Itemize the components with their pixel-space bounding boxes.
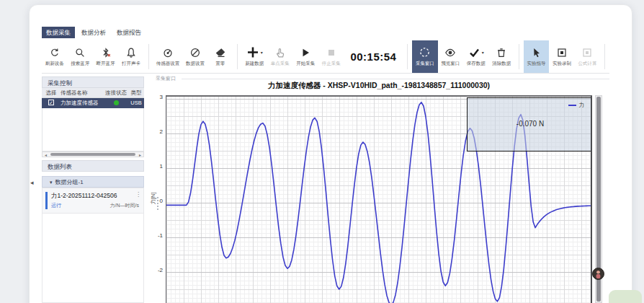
toolbar-divider [237, 44, 238, 69]
toolbar-button-label: 停止采集 [322, 61, 341, 67]
bell-icon [125, 46, 137, 58]
toolbar-button-eye[interactable]: 预览窗口 [438, 40, 463, 73]
data-settings-icon [189, 46, 201, 58]
y-tick-label: -1 [154, 232, 163, 239]
toolbar-button-zero[interactable]: 置零 [208, 40, 233, 73]
data-group-row[interactable]: ▾数据分组-1 [42, 176, 144, 188]
sensor-table: 选择 传感器名称 连接状态 类型 ✓ 力加速度传感器 USB [42, 88, 144, 108]
scroll-left-icon[interactable]: ◂ [43, 152, 49, 157]
legend-label: 力 [579, 102, 585, 109]
legend-line-swatch [568, 105, 576, 106]
data-group-label: 数据分组-1 [55, 179, 84, 185]
toolbar-button-hand[interactable]: 单点采集 [267, 40, 292, 73]
sensor-name: 力加速度传感器 [61, 98, 104, 108]
toolbar-button-label: 预览窗口 [441, 61, 460, 67]
toolbar-button-play[interactable]: 开始采集 [293, 40, 318, 73]
section-divider [182, 79, 609, 79]
bluetooth-off-icon [100, 46, 112, 58]
chevron-down-icon[interactable]: ▾ [261, 50, 263, 55]
col-status: 连接状态 [104, 88, 128, 97]
toolbar-divider [407, 44, 408, 69]
toolbar-button-bell[interactable]: 打开声卡 [118, 40, 143, 73]
toolbar-button-label: 刷新设备 [45, 61, 64, 67]
tab-data-report[interactable]: 数据报告 [112, 27, 146, 38]
toolbar-button-formula[interactable]: 公式计算 [575, 40, 600, 73]
tab-data-capture[interactable]: 数据采集 [42, 27, 75, 38]
check-icon: ▾ [468, 46, 484, 58]
eye-icon [444, 46, 456, 58]
toolbar-button-label: 新建数据 [245, 61, 264, 67]
toolbar-button-label: 保存数据 [467, 61, 486, 67]
chart-plot-area[interactable]: -0.070 N 力 [166, 95, 592, 303]
sensor-icon [162, 46, 174, 58]
toolbar-button-label: 采集窗口 [416, 61, 434, 67]
toolbar-button-label: 传感器设置 [156, 61, 180, 67]
data-list-item[interactable]: 力1-2-20251112-042506 ⋮ 运行 力/N—时间/s [42, 188, 144, 214]
toolbar-button-bluetooth-off[interactable]: 断开蓝牙 [93, 40, 118, 73]
hand-icon [274, 46, 286, 58]
toolbar-button-dashed-circle[interactable]: 采集窗口 [412, 40, 437, 73]
y-tick-label: -2 [154, 267, 163, 273]
toolbar-button-label: 实验录制 [553, 61, 571, 67]
toolbar-divider [148, 44, 149, 69]
chevron-down-icon[interactable]: ▾ [482, 50, 484, 55]
app-window: 数据采集 数据分析 数据报告 刷新设备搜索蓝牙断开蓝牙打开声卡传感器设置数据设置… [0, 0, 644, 303]
toolbar-button-sensor[interactable]: 传感器设置 [153, 40, 183, 73]
col-type: 类型 [128, 88, 144, 97]
zero-icon [215, 46, 226, 58]
data-list-body [42, 214, 144, 303]
person-icon [593, 268, 604, 279]
toolbar-button-plus[interactable]: ▾新建数据 [242, 40, 267, 73]
scrollbar-thumb[interactable] [50, 153, 135, 156]
toolbar-button-trash[interactable]: 清除数据 [489, 40, 514, 73]
toolbar-button-record[interactable]: 实验录制 [549, 40, 574, 73]
toolbar-button-label: 断开蓝牙 [97, 61, 115, 67]
toolbar-button-data-settings[interactable]: 数据设置 [182, 40, 207, 73]
record-icon [556, 46, 568, 58]
capture-control-header: 采集控制 [42, 76, 144, 88]
y-tick-label: 2 [154, 128, 163, 135]
toolbar-button-label: 单点采集 [271, 61, 290, 67]
data-list-header: 数据列表 [42, 160, 144, 172]
toolbar-button-label: 打开声卡 [122, 61, 140, 67]
cursor-icon [531, 46, 542, 58]
toolbar-button-label: 公式计算 [578, 61, 596, 67]
toolbar-button-search[interactable]: 搜索蓝牙 [67, 40, 92, 73]
toolbar-button-label: 实验指导 [527, 61, 546, 67]
sensor-table-header: 选择 传感器名称 连接状态 类型 [42, 88, 144, 98]
horizontal-scrollbar[interactable]: ◂ ▸ [42, 152, 144, 157]
sensor-checkbox[interactable]: ✓ [48, 100, 54, 105]
status-dot [114, 100, 119, 105]
toolbar-button-stop[interactable]: 停止采集 [318, 40, 344, 73]
tab-data-analysis[interactable]: 数据分析 [77, 27, 110, 38]
toolbar-button-label: 数据设置 [186, 61, 205, 67]
capture-timer: 00:15:54 [344, 40, 403, 73]
chart-legend: 力 [568, 102, 585, 109]
search-icon [74, 46, 86, 58]
toolbar-button-check[interactable]: ▾保存数据 [463, 40, 488, 73]
y-tick-label: 0 [154, 198, 163, 204]
sensor-row[interactable]: ✓ 力加速度传感器 USB [42, 98, 144, 108]
tree-caret-icon[interactable]: ▾ [50, 180, 53, 185]
stop-icon [326, 46, 337, 58]
sensor-table-body [42, 108, 144, 152]
toolbar-button-refresh[interactable]: 刷新设备 [42, 40, 67, 73]
col-sensor-name: 传感器名称 [61, 88, 104, 97]
item-series: 力/N—时间/s [110, 202, 139, 209]
toolbar-button-label: 搜索蓝牙 [71, 61, 89, 67]
panel-collapse-icon[interactable]: ◂ [30, 179, 34, 186]
item-accent-bar [45, 192, 48, 209]
dashed-circle-icon [419, 46, 431, 58]
assistant-avatar-button[interactable] [592, 268, 604, 280]
toolbar-divider [519, 44, 519, 69]
toolbar-divider [604, 44, 605, 69]
selection-value: -0.070 N [468, 120, 592, 128]
toolbar-button-label: 置零 [215, 61, 225, 67]
plus-icon: ▾ [246, 46, 263, 58]
scroll-right-icon[interactable]: ▸ [137, 152, 143, 157]
sensor-type: USB [128, 98, 144, 108]
corner-widget[interactable] [609, 290, 642, 303]
item-more-icon[interactable]: ⋮ [135, 191, 141, 198]
toolbar-button-cursor[interactable]: 实验指导 [524, 40, 549, 73]
trash-icon [496, 46, 507, 58]
